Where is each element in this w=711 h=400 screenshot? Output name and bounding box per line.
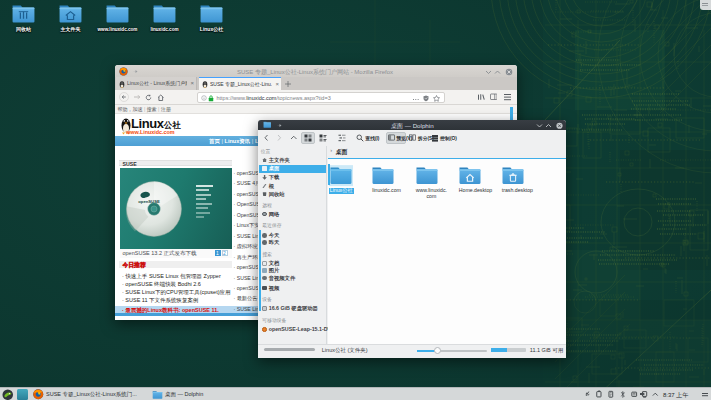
svg-text:openSUSE: openSUSE — [138, 198, 160, 203]
